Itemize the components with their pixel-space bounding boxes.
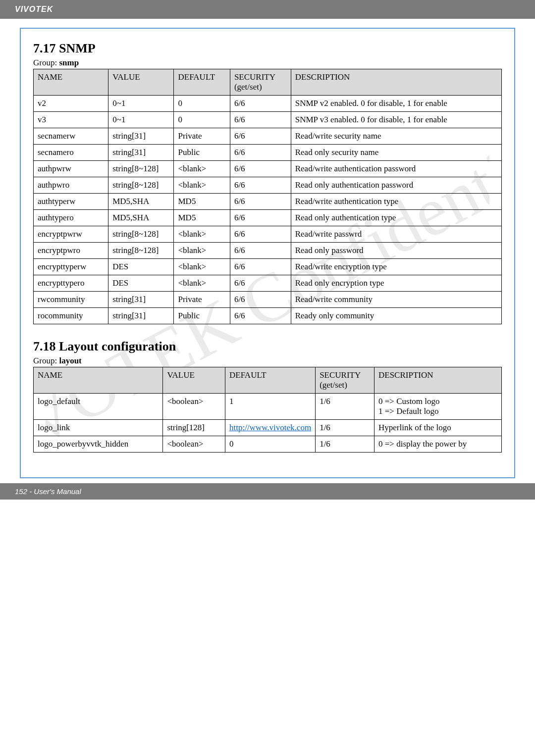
cell-description: Read only authentication password — [291, 177, 501, 194]
cell-default: <blank> — [174, 177, 230, 194]
cell-name: logo_link — [34, 420, 163, 436]
cell-security: 6/6 — [230, 275, 291, 292]
cell-value: string[128] — [163, 420, 225, 436]
cell-name: authtyperw — [34, 194, 108, 210]
cell-value: MD5,SHA — [108, 194, 174, 210]
cell-value: 0~1 — [108, 112, 174, 128]
cell-security: 6/6 — [230, 145, 291, 161]
table-row: logo_default<boolean>11/60 => Custom log… — [34, 394, 502, 420]
cell-security: 6/6 — [230, 308, 291, 324]
table-header-row: NAME VALUE DEFAULT SECURITY (get/set) DE… — [34, 69, 502, 96]
cell-description: Read only password — [291, 243, 501, 259]
cell-default: Public — [174, 145, 230, 161]
cell-description: Read/write passwrd — [291, 226, 501, 243]
cell-value: string[31] — [108, 308, 174, 324]
cell-default: 0 — [225, 436, 316, 453]
cell-security: 1/6 — [316, 420, 374, 436]
cell-name: authpwro — [34, 177, 108, 194]
cell-security: 6/6 — [230, 226, 291, 243]
cell-default: 1 — [225, 394, 316, 420]
table-row: encryptpwrostring[8~128]<blank>6/6Read o… — [34, 243, 502, 259]
cell-security: 1/6 — [316, 436, 374, 453]
cell-default: <blank> — [174, 243, 230, 259]
cell-security: 6/6 — [230, 194, 291, 210]
cell-value: string[31] — [108, 128, 174, 145]
col-description: DESCRIPTION — [291, 69, 501, 96]
section-heading-snmp: 7.17 SNMP — [33, 41, 502, 56]
table-row: v30~106/6SNMP v3 enabled. 0 for disable,… — [34, 112, 502, 128]
cell-name: rocommunity — [34, 308, 108, 324]
cell-name: authtypero — [34, 210, 108, 226]
cell-default: MD5 — [174, 194, 230, 210]
cell-security: 6/6 — [230, 112, 291, 128]
cell-security: 1/6 — [316, 394, 374, 420]
col-name: NAME — [34, 367, 163, 394]
cell-description: Read/write authentication type — [291, 194, 501, 210]
cell-default: <blank> — [174, 226, 230, 243]
cell-default: 0 — [174, 112, 230, 128]
table-row: rwcommunitystring[31]Private6/6Read/writ… — [34, 292, 502, 308]
cell-value: string[8~128] — [108, 161, 174, 177]
group-name: snmp — [59, 58, 79, 67]
cell-value: 0~1 — [108, 96, 174, 112]
cell-value: DES — [108, 275, 174, 292]
layout-table: NAME VALUE DEFAULT SECURITY (get/set) DE… — [33, 367, 502, 453]
cell-security: 6/6 — [230, 292, 291, 308]
cell-default: <blank> — [174, 259, 230, 275]
cell-name: encryptpwro — [34, 243, 108, 259]
table-row: encryptpwrwstring[8~128]<blank>6/6Read/w… — [34, 226, 502, 243]
cell-name: encrypttyperw — [34, 259, 108, 275]
cell-description: 0 => display the power by — [374, 436, 502, 453]
cell-default: <blank> — [174, 161, 230, 177]
table-row: v20~106/6SNMP v2 enabled. 0 for disable,… — [34, 96, 502, 112]
cell-value: string[8~128] — [108, 243, 174, 259]
cell-default[interactable]: http://www.vivotek.com — [225, 420, 316, 436]
table-header-row: NAME VALUE DEFAULT SECURITY (get/set) DE… — [34, 367, 502, 394]
cell-default: Public — [174, 308, 230, 324]
cell-default: Private — [174, 292, 230, 308]
cell-security: 6/6 — [230, 259, 291, 275]
table-row: secnamerostring[31]Public6/6Read only se… — [34, 145, 502, 161]
table-row: authtyperoMD5,SHAMD56/6Read only authent… — [34, 210, 502, 226]
cell-default: <blank> — [174, 275, 230, 292]
cell-description: Ready only community — [291, 308, 501, 324]
table-row: encrypttyperoDES<blank>6/6Read only encr… — [34, 275, 502, 292]
cell-description: SNMP v3 enabled. 0 for disable, 1 for en… — [291, 112, 501, 128]
cell-description: Read/write authentication password — [291, 161, 501, 177]
cell-value: string[8~128] — [108, 177, 174, 194]
col-security: SECURITY (get/set) — [230, 69, 291, 96]
cell-description: Read/write encryption type — [291, 259, 501, 275]
cell-default: MD5 — [174, 210, 230, 226]
cell-name: logo_powerbyvvtk_hidden — [34, 436, 163, 453]
cell-description: Hyperlink of the logo — [374, 420, 502, 436]
cell-value: string[31] — [108, 292, 174, 308]
hyperlink[interactable]: http://www.vivotek.com — [229, 423, 311, 432]
cell-value: MD5,SHA — [108, 210, 174, 226]
cell-value: <boolean> — [163, 394, 225, 420]
col-value: VALUE — [108, 69, 174, 96]
table-row: logo_linkstring[128]http://www.vivotek.c… — [34, 420, 502, 436]
cell-description: Read/write security name — [291, 128, 501, 145]
cell-description: 0 => Custom logo1 => Default logo — [374, 394, 502, 420]
table-row: rocommunitystring[31]Public6/6Ready only… — [34, 308, 502, 324]
cell-name: encryptpwrw — [34, 226, 108, 243]
cell-security: 6/6 — [230, 177, 291, 194]
cell-description: Read only encryption type — [291, 275, 501, 292]
col-name: NAME — [34, 69, 108, 96]
cell-name: encrypttypero — [34, 275, 108, 292]
group-name: layout — [59, 356, 81, 365]
cell-description: SNMP v2 enabled. 0 for disable, 1 for en… — [291, 96, 501, 112]
section-heading-layout: 7.18 Layout configuration — [33, 339, 502, 354]
cell-description: Read only security name — [291, 145, 501, 161]
col-value: VALUE — [163, 367, 225, 394]
group-label-prefix: Group: — [33, 58, 59, 67]
col-security: SECURITY (get/set) — [316, 367, 374, 394]
header-brand: VIVOTEK — [0, 0, 535, 19]
cell-value: <boolean> — [163, 436, 225, 453]
table-row: authtyperwMD5,SHAMD56/6Read/write authen… — [34, 194, 502, 210]
col-description: DESCRIPTION — [374, 367, 502, 394]
cell-value: string[31] — [108, 145, 174, 161]
cell-name: v2 — [34, 96, 108, 112]
footer-page: 152 - User's Manual — [0, 483, 535, 500]
table-row: authpwrostring[8~128]<blank>6/6Read only… — [34, 177, 502, 194]
